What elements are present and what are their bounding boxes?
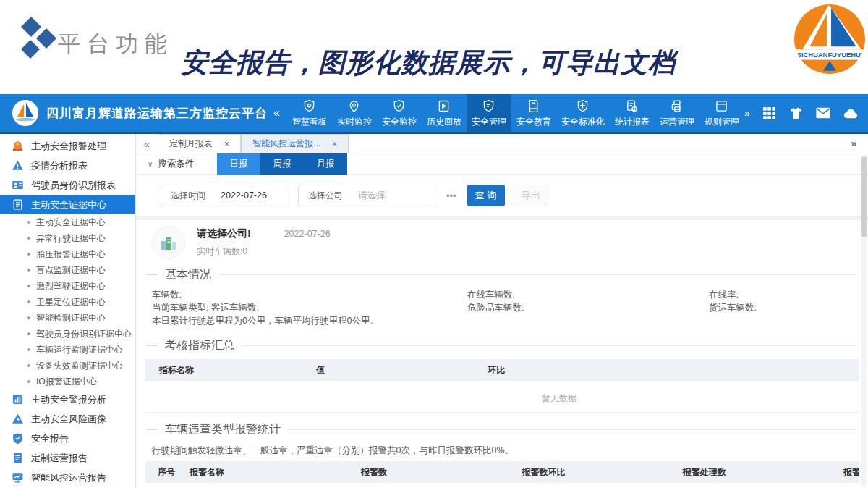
company-select-input[interactable] <box>352 185 435 206</box>
nav-item-safety-standardization[interactable]: 安全标准化 <box>556 94 610 132</box>
violation-table-header: 序号 报警名称 报警数 报警数环比 报警处理数 报警处 <box>145 461 859 483</box>
shirt-icon[interactable] <box>788 106 804 120</box>
divider <box>218 274 858 275</box>
sidebar-sub-item[interactable]: 驾驶员身份识别证据中心 <box>0 326 135 342</box>
column-header: 指标名称 <box>145 364 316 376</box>
bullet-icon <box>27 332 30 335</box>
sidebar-sub-item[interactable]: 智能检测证据中心 <box>0 310 135 326</box>
sidebar-sub-label: 激烈驾驶证据中心 <box>36 280 106 293</box>
nav-item-statistics-report[interactable]: 统计报表 <box>610 94 655 132</box>
sidebar-sub-item[interactable]: 卫星定位证据中心 <box>0 294 135 310</box>
sidebar-sub-label: 驾驶员身份识别证据中心 <box>36 328 132 340</box>
shield-check-icon <box>391 98 407 114</box>
section-basic-info: 基本情况 <box>136 265 868 284</box>
divider <box>146 274 158 275</box>
scrollbar-thumb[interactable] <box>861 156 867 237</box>
nav-item-label: 实时监控 <box>337 116 372 128</box>
sidebar: 主动安全报警处理 疫情分析报表 驾驶员身份识别报表 主动安全证据中心 主动安全证… <box>0 134 136 488</box>
violation-summary-text: 行驶期间触发轻微违章、一般违章，严重违章（分别）报警共0次，与昨日报警数环比0%… <box>152 445 868 457</box>
sidebar-sub-item[interactable]: 异常行驶证据中心 <box>0 230 135 246</box>
book-icon <box>526 98 541 114</box>
shield-list-icon <box>481 98 496 114</box>
close-icon[interactable]: × <box>224 139 229 149</box>
report-clock-icon <box>624 98 639 114</box>
tabs-collapse-icon[interactable]: « <box>136 134 158 153</box>
sidebar-item-driver-id-report[interactable]: 驾驶员身份识别报表 <box>0 175 135 195</box>
basic-col-2: 在线车辆数: 危险品车辆数: <box>467 288 524 314</box>
sidebar-sub-label: 卫星定位证据中心 <box>36 296 106 308</box>
sidebar-item-safety-report[interactable]: 安全报告 <box>0 429 135 448</box>
nav-item-dashboard[interactable]: 智慧看板 <box>287 94 332 132</box>
nav-item-safety-management[interactable]: 安全管理 <box>467 94 511 132</box>
violation-table: 序号 报警名称 报警数 报警数环比 报警处理数 报警处 暂无数据 <box>145 461 859 488</box>
company-meta: 请选择公司! 2022-07-26 实时车辆数:0 <box>197 227 331 258</box>
sidebar-sub-item[interactable]: IO报警证据中心 <box>0 374 135 390</box>
bullet-icon <box>27 300 30 303</box>
sidebar-sub-item[interactable]: 主动安全证据中心 <box>0 214 135 230</box>
segment-weekly[interactable]: 周报 <box>260 153 304 175</box>
sidebar-sub-item[interactable]: 盲点监测证据中心 <box>0 262 135 278</box>
company-summary: 请选择公司! 2022-07-26 实时车辆数:0 <box>136 220 868 265</box>
cloud-icon[interactable] <box>843 107 859 119</box>
sidebar-item-custom-ops-report[interactable]: 定制运营报告 <box>0 448 135 468</box>
brand-logo-icon <box>12 99 39 127</box>
sidebar-item-alarm-analysis[interactable]: 主动安全警报分析 <box>0 390 135 409</box>
query-button[interactable]: 查 询 <box>467 185 505 206</box>
kpi-table: 指标名称 值 环比 暂无数据 <box>145 359 859 413</box>
apps-grid-icon[interactable] <box>762 106 776 120</box>
nav-item-safety-monitor[interactable]: 安全监控 <box>377 94 422 132</box>
sidebar-item-risk-portrait[interactable]: 主动安全风险画像 <box>0 409 135 429</box>
empty-state: 暂无数据 <box>542 392 576 405</box>
nav-overflow-icon[interactable]: » <box>744 107 750 119</box>
sidebar-item-risk-ops-report[interactable]: 智能风控运营报告 <box>0 468 135 487</box>
nav-item-operations-management[interactable]: 运营管理 <box>655 94 699 132</box>
tab-risk-ops-report[interactable]: 智能风控运营报... × <box>241 134 349 153</box>
sidebar-sub-item[interactable]: 激烈驾驶证据中心 <box>0 278 135 294</box>
nav-item-rules-management[interactable]: 规则管理 <box>699 94 744 132</box>
sidebar-item-label: 主动安全警报分析 <box>31 393 106 406</box>
segment-monthly[interactable]: 月报 <box>304 153 347 175</box>
sidebar-sub-item[interactable]: 设备失效监测证据中心 <box>0 358 135 374</box>
vertical-scrollbar[interactable] <box>861 155 867 487</box>
filter-bar: 选择时间 选择公司 ••• 查 询 导出 <box>136 175 868 220</box>
content: 主动安全报警处理 疫情分析报表 驾驶员身份识别报表 主动安全证据中心 主动安全证… <box>0 134 868 488</box>
tabs-overflow-icon[interactable]: » <box>851 134 868 153</box>
nav-item-label: 安全监控 <box>382 116 417 128</box>
bullet-icon <box>27 253 30 256</box>
nav-item-safety-education[interactable]: 安全教育 <box>511 94 556 132</box>
nav-item-label: 安全标准化 <box>561 116 605 128</box>
search-condition-label: 搜索条件 <box>158 158 194 170</box>
export-button[interactable]: 导出 <box>514 185 548 206</box>
date-input[interactable] <box>215 185 289 206</box>
search-condition-bar: ∨ 搜索条件 日报 周报 月报 <box>136 153 868 175</box>
tab-custom-monthly-report[interactable]: 定制月报表 × <box>158 134 241 153</box>
nav-item-realtime-monitor[interactable]: 实时监控 <box>332 94 377 132</box>
segment-daily[interactable]: 日报 <box>217 153 260 175</box>
column-header: 序号 <box>145 466 190 479</box>
sidebar-sub-item[interactable]: 胎压报警证据中心 <box>0 246 135 262</box>
sidebar-sub-item[interactable]: 车辆运行监测证据中心 <box>0 342 135 358</box>
nav-item-label: 安全管理 <box>472 116 506 128</box>
close-icon[interactable]: × <box>332 139 337 149</box>
nav-item-history-playback[interactable]: 历史回放 <box>422 94 467 132</box>
sidebar-item-epidemic-report[interactable]: 疫情分析报表 <box>0 156 135 175</box>
section-kpi-summary: 考核指标汇总 <box>136 336 868 355</box>
bullet-icon <box>27 380 30 383</box>
sidebar-item-alarm-handling[interactable]: 主动安全报警处理 <box>0 136 135 156</box>
basic-info-grid: 车辆数: 当前车辆类型: 客运车辆数: 本日累计行驶总里程为0公里，车辆平均行驶… <box>136 288 868 330</box>
divider <box>146 345 158 346</box>
column-header: 报警名称 <box>190 466 361 479</box>
sidebar-collapse-icon[interactable]: « <box>273 106 280 119</box>
column-header: 报警数 <box>361 466 522 479</box>
sidebar-sub-label: 异常行驶证据中心 <box>36 232 106 245</box>
bullet-icon <box>27 364 30 367</box>
page: 平台功能 安全报告，图形化数据展示，可导出文档 SICHUANFUYUEHUI <box>0 0 868 488</box>
more-options-icon[interactable]: ••• <box>446 190 456 201</box>
mail-icon[interactable] <box>816 107 830 119</box>
time-filter-label: 选择时间 <box>161 185 215 206</box>
search-condition-toggle[interactable]: ∨ 搜索条件 <box>136 158 217 170</box>
sidebar-item-evidence-center[interactable]: 主动安全证据中心 <box>0 195 135 214</box>
sidebar-item-label: 驾驶员身份识别报表 <box>31 179 116 192</box>
basic-col-3: 在线率: 货运车辆数: <box>709 288 757 314</box>
nav-item-label: 运营管理 <box>660 116 694 128</box>
